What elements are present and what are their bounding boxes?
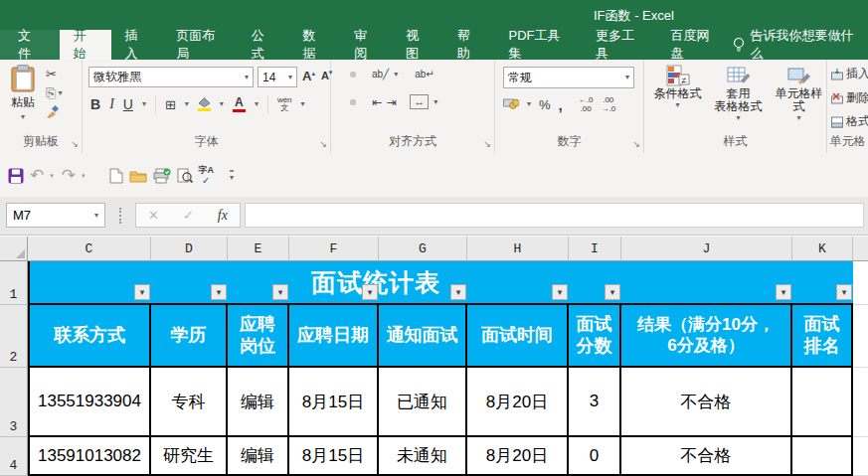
- cell-g4[interactable]: 未通知: [379, 437, 467, 476]
- cell-j4[interactable]: 不合格: [621, 437, 792, 476]
- tab-help[interactable]: 帮助: [443, 30, 495, 60]
- quick-print-button[interactable]: [153, 168, 171, 184]
- open-button[interactable]: [129, 169, 147, 183]
- cell-d3[interactable]: 专科: [151, 368, 228, 437]
- column-header-i[interactable]: I: [569, 237, 621, 261]
- paste-button[interactable]: 粘贴 ▾: [4, 65, 42, 128]
- select-all-corner[interactable]: [0, 237, 28, 261]
- format-painter-button[interactable]: [46, 105, 60, 118]
- orientation-button[interactable]: ab╱: [372, 69, 389, 79]
- cell-f4[interactable]: 8月15日: [289, 437, 379, 476]
- save-button[interactable]: [8, 168, 24, 184]
- filter-button-i[interactable]: ▾: [605, 284, 620, 300]
- header-cell-rank[interactable]: 面试 排名: [792, 305, 853, 368]
- row-header-3[interactable]: 3: [0, 368, 28, 437]
- column-header-c[interactable]: C: [28, 237, 151, 261]
- cell-h4[interactable]: 8月20日: [467, 437, 569, 476]
- cancel-icon[interactable]: ✕: [148, 208, 159, 223]
- accounting-dropdown-icon[interactable]: ▾: [527, 100, 531, 108]
- bold-button[interactable]: B: [90, 96, 100, 112]
- cell-l1[interactable]: [853, 261, 868, 305]
- font-color-button[interactable]: A: [233, 96, 246, 112]
- header-cell-apply-date[interactable]: 应聘日期: [289, 305, 379, 368]
- insert-cells-button[interactable]: 插入: [831, 66, 868, 82]
- column-header-k[interactable]: K: [792, 237, 853, 261]
- column-header-e[interactable]: E: [228, 237, 289, 261]
- filter-button-j[interactable]: ▾: [776, 284, 791, 300]
- fill-dropdown-icon[interactable]: ▾: [220, 100, 224, 108]
- cell-k4[interactable]: [792, 437, 853, 476]
- tab-file[interactable]: 文件: [0, 30, 60, 60]
- format-cells-button[interactable]: 格式: [831, 113, 868, 130]
- conditional-formatting-button[interactable]: ≠ 条件格式 ▾: [650, 65, 705, 122]
- increase-indent-button[interactable]: ⇥: [387, 95, 397, 109]
- cell-i4[interactable]: 0: [569, 437, 621, 476]
- header-cell-result[interactable]: 结果（满分10分， 6分及格）: [621, 305, 792, 368]
- font-size-combo[interactable]: 14 ▾: [258, 67, 297, 87]
- borders-button[interactable]: ⊞: [165, 98, 176, 111]
- tab-pdf-tools[interactable]: PDF工具集: [495, 30, 582, 60]
- font-color-dropdown-icon[interactable]: ▾: [255, 100, 259, 108]
- decrease-indent-button[interactable]: ⇤: [372, 95, 382, 109]
- tab-more-tools[interactable]: 更多工具: [582, 30, 657, 60]
- orientation-dropdown-icon[interactable]: ▾: [394, 71, 398, 79]
- align-center-button[interactable]: [350, 99, 356, 105]
- tab-baidu-netdisk[interactable]: 百度网盘: [656, 30, 732, 60]
- filter-button-f[interactable]: ▾: [362, 284, 378, 300]
- cell-l2[interactable]: [853, 305, 868, 368]
- enter-icon[interactable]: ✓: [183, 208, 194, 223]
- cell-l3[interactable]: [853, 368, 868, 437]
- redo-button[interactable]: ↷: [62, 167, 76, 184]
- merge-dropdown-icon[interactable]: ▾: [434, 98, 437, 106]
- cut-button[interactable]: ✂: [46, 68, 57, 80]
- align-bottom-button[interactable]: [361, 72, 367, 78]
- spelling-button[interactable]: 字A ✓: [199, 166, 215, 186]
- redo-dropdown-icon[interactable]: ▾: [82, 172, 86, 180]
- header-cell-contact[interactable]: 联系方式: [28, 305, 151, 368]
- alignment-dialog-launcher[interactable]: ↘: [483, 140, 491, 149]
- tab-review[interactable]: 审阅: [340, 30, 392, 60]
- format-as-table-button[interactable]: 套用 表格格式 ▾: [711, 65, 766, 122]
- header-cell-score[interactable]: 面试 分数: [569, 305, 621, 368]
- align-middle-button[interactable]: [350, 72, 356, 78]
- cell-d4[interactable]: 研究生: [151, 437, 228, 476]
- cell-e4[interactable]: 编辑: [228, 437, 289, 476]
- column-header-partial[interactable]: [853, 237, 868, 261]
- filter-button-e[interactable]: ▾: [272, 284, 288, 300]
- filter-button-g[interactable]: ▾: [450, 284, 466, 300]
- number-format-combo[interactable]: 常规 ▾: [503, 67, 634, 88]
- align-top-button[interactable]: [339, 72, 345, 78]
- cell-e3[interactable]: 编辑: [228, 368, 289, 437]
- tab-formulas[interactable]: 公式: [238, 30, 289, 60]
- filter-button-h[interactable]: ▾: [552, 284, 568, 300]
- table-title-cell[interactable]: 面试统计表 ▾ ▾ ▾ ▾ ▾ ▾ ▾ ▾ ▾: [28, 261, 853, 305]
- insert-function-icon[interactable]: fx: [218, 208, 228, 224]
- tab-home[interactable]: 开始: [60, 30, 111, 60]
- print-preview-button[interactable]: [177, 168, 193, 184]
- increase-font-size-button[interactable]: A▴: [302, 69, 315, 83]
- header-cell-education[interactable]: 学历: [151, 305, 228, 368]
- accounting-format-button[interactable]: [503, 97, 519, 112]
- merge-center-button[interactable]: ↔: [410, 94, 429, 109]
- customize-qat-button[interactable]: ▾: [230, 170, 234, 182]
- tab-data[interactable]: 数据: [289, 30, 341, 60]
- cell-f3[interactable]: 8月15日: [289, 368, 379, 437]
- increase-decimal-button[interactable]: ←.0 .00: [579, 95, 594, 113]
- name-box[interactable]: M7 ▾: [6, 203, 105, 228]
- align-right-button[interactable]: [361, 99, 367, 105]
- cell-c3[interactable]: 13551933904: [28, 368, 151, 437]
- formula-input[interactable]: [245, 203, 864, 228]
- decrease-decimal-button[interactable]: .00 →.0: [601, 95, 615, 113]
- cell-k3[interactable]: [792, 368, 853, 437]
- column-header-d[interactable]: D: [151, 237, 228, 261]
- cell-h3[interactable]: 8月20日: [467, 368, 569, 437]
- new-document-button[interactable]: [109, 168, 123, 184]
- borders-dropdown-icon[interactable]: ▾: [185, 100, 189, 108]
- header-cell-notified[interactable]: 通知面试: [379, 305, 467, 368]
- percent-style-button[interactable]: %: [539, 97, 551, 112]
- copy-button[interactable]: ⎘▾: [46, 86, 62, 99]
- column-header-j[interactable]: J: [621, 237, 792, 261]
- column-header-g[interactable]: G: [379, 237, 467, 261]
- filter-button-c[interactable]: ▾: [134, 284, 150, 300]
- comma-style-button[interactable]: ,: [559, 96, 563, 113]
